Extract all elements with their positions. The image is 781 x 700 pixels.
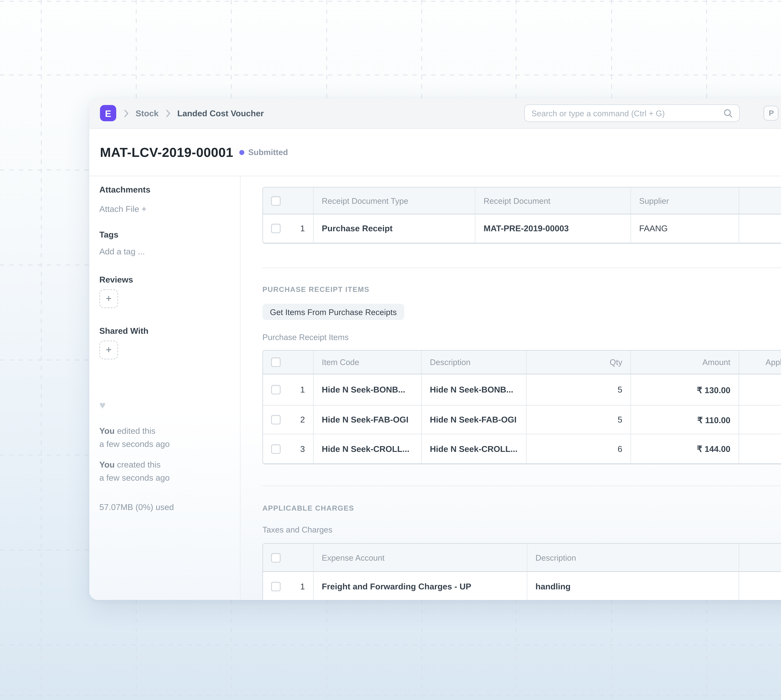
navbar: E Stock Landed Cost Voucher P Settings <box>89 98 781 129</box>
select-all-checkbox[interactable] <box>271 358 281 367</box>
shared-with-heading: Shared With <box>99 326 230 336</box>
section-divider <box>262 486 781 486</box>
add-review-button[interactable]: + <box>99 289 118 308</box>
taxes-and-charges-label: Taxes and Charges <box>262 525 781 534</box>
row-index: 1 <box>300 224 305 233</box>
receipt-documents-table: Receipt Document Type Receipt Document S… <box>262 187 781 244</box>
purchase-receipt-items-table: Item Code Description Qty Amount Applica… <box>262 350 781 464</box>
purchase-receipt-items-label: Purchase Receipt Items <box>262 332 781 342</box>
column-header: Receipt Document <box>475 188 631 214</box>
select-all-cell <box>263 351 314 374</box>
receipt-document-type-cell[interactable]: Purchase Receipt <box>314 214 475 243</box>
column-header: Receipt Document Type <box>314 188 475 214</box>
row-checkbox[interactable] <box>271 582 281 591</box>
description-cell[interactable]: Hide N Seek-FAB-OGI <box>422 406 527 434</box>
activity-action: created this <box>117 460 161 469</box>
activity-actor: You <box>99 460 115 469</box>
row-select-cell: 1 <box>263 572 314 600</box>
description-cell[interactable]: Hide N Seek-BONB... <box>422 374 527 406</box>
column-header: Supplier <box>631 188 739 214</box>
supplier-cell[interactable]: FAANG <box>631 214 739 243</box>
select-all-cell <box>263 544 314 572</box>
taxes-and-charges-table: Expense Account Description Amount 1 Fre… <box>262 543 781 600</box>
activity-actor: You <box>99 426 115 436</box>
qty-cell[interactable]: 6 <box>527 434 631 464</box>
breadcrumb: Stock Landed Cost Voucher <box>124 108 264 118</box>
amount-cell[interactable]: ₹ 144.00 <box>631 434 739 464</box>
status-indicator-dot <box>240 150 245 155</box>
applicable-charges-cell[interactable]: ₹ 8.75 <box>739 374 781 406</box>
get-items-button[interactable]: Get Items From Purchase Receipts <box>262 304 404 320</box>
amount-cell[interactable]: ₹ 130.00 <box>631 374 739 406</box>
activity-when: a few seconds ago <box>99 439 170 449</box>
column-header: Applicable Charges <box>739 351 781 374</box>
row-select-cell: 3 <box>263 434 314 464</box>
column-header: Amount <box>739 544 781 572</box>
row-select-cell: 1 <box>263 374 314 406</box>
item-code-cell[interactable]: Hide N Seek-BONB... <box>314 374 422 406</box>
row-select-cell: 1 <box>263 214 314 243</box>
page-body: Attachments Attach File + Tags Add a tag… <box>89 176 781 600</box>
column-header: Grand Total <box>739 188 781 214</box>
breadcrumb-item-landed-cost-voucher[interactable]: Landed Cost Voucher <box>177 108 264 118</box>
row-index: 3 <box>300 444 305 453</box>
column-header: Description <box>527 544 739 572</box>
row-select-cell: 2 <box>263 406 314 434</box>
grand-total-cell[interactable]: ₹ 384.00 <box>739 214 781 243</box>
activity-created: You created this a few seconds ago <box>99 458 230 484</box>
amount-cell[interactable]: ₹ 110.00 <box>631 406 739 434</box>
storage-usage: 57.07MB (0%) used <box>99 501 230 514</box>
activity-when: a few seconds ago <box>99 473 170 482</box>
form-sidebar: Attachments Attach File + Tags Add a tag… <box>89 176 241 600</box>
receipt-document-cell[interactable]: MAT-PRE-2019-00003 <box>475 214 631 243</box>
item-code-cell[interactable]: Hide N Seek-FAB-OGI <box>314 406 422 434</box>
breadcrumb-item-stock[interactable]: Stock <box>136 108 158 118</box>
column-header: Description <box>422 351 527 374</box>
charge-amount-cell[interactable]: ₹ 28.00 <box>739 572 781 600</box>
qty-cell[interactable]: 5 <box>527 374 631 406</box>
description-cell[interactable]: Hide N Seek-CROLL... <box>422 434 527 464</box>
activity-edited: You edited this a few seconds ago <box>99 424 230 451</box>
row-checkbox[interactable] <box>271 415 281 424</box>
tags-heading: Tags <box>99 230 230 239</box>
page-header: MAT-LCV-2019-00001 Submitted Menu Cancel <box>89 129 781 176</box>
row-checkbox[interactable] <box>271 224 281 233</box>
search-icon <box>724 108 733 118</box>
section-heading-applicable-charges: APPLICABLE CHARGES <box>262 504 781 512</box>
app-logo[interactable]: E <box>100 105 116 121</box>
row-index: 1 <box>300 385 305 394</box>
select-all-checkbox[interactable] <box>271 196 281 205</box>
user-avatar[interactable]: P <box>764 106 779 121</box>
status-label: Submitted <box>248 148 288 157</box>
applicable-charges-cell[interactable]: ₹ 10.50 <box>739 434 781 464</box>
row-index: 1 <box>300 582 305 591</box>
select-all-checkbox[interactable] <box>271 553 281 562</box>
select-all-cell <box>263 188 314 214</box>
search-input[interactable] <box>531 108 724 118</box>
add-share-button[interactable]: + <box>99 341 118 359</box>
chevron-right-icon <box>165 109 170 117</box>
row-checkbox[interactable] <box>271 385 281 394</box>
page-title: MAT-LCV-2019-00001 <box>100 145 233 160</box>
column-header: Qty <box>527 351 631 374</box>
item-code-cell[interactable]: Hide N Seek-CROLL... <box>314 434 422 464</box>
row-checkbox[interactable] <box>271 444 281 453</box>
global-search <box>525 104 740 122</box>
attach-file-link[interactable]: Attach File + <box>99 204 230 214</box>
column-header: Expense Account <box>314 544 527 572</box>
charge-description-cell[interactable]: handling <box>527 572 739 600</box>
row-index: 2 <box>300 415 305 424</box>
column-header: Amount <box>631 351 739 374</box>
add-tag-link[interactable]: Add a tag ... <box>99 247 230 256</box>
app-window: E Stock Landed Cost Voucher P Settings <box>89 98 781 600</box>
like-heart-icon[interactable]: ♥ <box>99 400 230 411</box>
qty-cell[interactable]: 5 <box>527 406 631 434</box>
activity-action: edited this <box>117 426 155 436</box>
section-divider <box>262 268 781 268</box>
chevron-right-icon <box>124 109 129 117</box>
applicable-charges-cell[interactable]: ₹ 8.75 <box>739 406 781 434</box>
reviews-heading: Reviews <box>99 275 230 284</box>
column-header: Item Code <box>314 351 422 374</box>
section-heading-purchase-receipt-items: PURCHASE RECEIPT ITEMS <box>262 286 781 293</box>
expense-account-cell[interactable]: Freight and Forwarding Charges - UP <box>314 572 527 600</box>
